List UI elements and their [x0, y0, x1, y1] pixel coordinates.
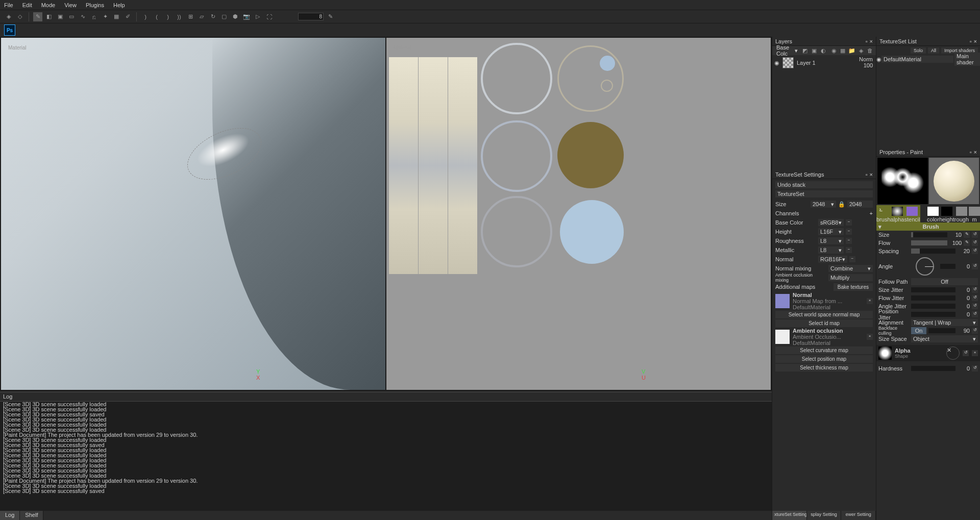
pjit-slider[interactable] [911, 312, 955, 317]
lock-icon[interactable]: 🔒 [838, 201, 845, 208]
layer-blend-info[interactable]: Norm 100 [859, 56, 873, 68]
link-icon[interactable]: ↺ [972, 232, 978, 238]
alpha-reset-icon[interactable]: ↺ [963, 350, 969, 356]
menu-help[interactable]: Help [113, 2, 125, 8]
channel-stencil[interactable]: stencil [904, 205, 920, 222]
add-folder-icon[interactable]: 📁 [848, 46, 856, 55]
channel-remove-icon[interactable]: − [846, 229, 852, 235]
link-icon[interactable]: ↺ [972, 240, 978, 246]
nmix-select[interactable]: Combine▾ [828, 265, 873, 272]
group-icon[interactable]: ▣ [811, 46, 818, 55]
tab-viewer-settings[interactable]: ewer Setting [841, 511, 876, 520]
link-icon[interactable]: ↺ [972, 295, 978, 301]
fx-icon[interactable]: ◐ [820, 46, 827, 55]
all-button[interactable]: All [928, 47, 939, 54]
sjit-slider[interactable] [911, 287, 955, 292]
aomix-select[interactable]: Multiply [828, 274, 873, 281]
bake-button[interactable]: Bake textures [834, 283, 873, 291]
render-icon[interactable]: 📷 [242, 12, 251, 21]
photoshop-icon[interactable]: Ps [4, 24, 15, 36]
channel-alpha[interactable]: alpha [891, 205, 904, 222]
layer-name[interactable]: Layer 1 [797, 60, 816, 66]
map-remove-icon[interactable]: × [867, 298, 873, 304]
angle-slider[interactable] [940, 264, 955, 269]
channel-format-select[interactable]: RGB16F▾ [818, 256, 847, 263]
solo-button[interactable]: Solo [911, 47, 926, 54]
particle-tool-icon[interactable]: ✦ [101, 12, 110, 21]
hardness-slider[interactable] [911, 366, 955, 371]
undock-icon[interactable]: ▫ [970, 149, 972, 155]
link-icon[interactable]: ↺ [972, 263, 978, 269]
menu-edit[interactable]: Edit [22, 2, 32, 8]
mask-icon[interactable]: ◩ [801, 46, 809, 55]
channel-format-select[interactable]: sRGB8▾ [818, 219, 844, 226]
brush-section-header[interactable]: ▾Brush [876, 222, 980, 231]
size-select[interactable]: 2048▾ [811, 201, 836, 208]
material-preview[interactable] [929, 158, 979, 204]
cube-icon[interactable]: ◈ [4, 12, 13, 21]
undock-icon[interactable]: ▫ [866, 171, 868, 178]
close-icon[interactable]: × [974, 149, 977, 155]
clone-tool-icon[interactable]: ⎌ [89, 12, 99, 21]
undock-icon[interactable]: ▫ [970, 38, 972, 44]
channel-remove-icon[interactable]: − [849, 256, 855, 262]
material-tool-icon[interactable]: ▦ [112, 12, 121, 21]
tab-shelf[interactable]: Shelf [20, 511, 43, 520]
stroke-preview[interactable] [877, 158, 928, 204]
map-action[interactable]: Select curvature map [775, 346, 873, 354]
ajit-slider[interactable] [911, 304, 955, 309]
spacing-slider[interactable] [911, 249, 955, 254]
undock-icon[interactable]: ▫ [866, 38, 868, 44]
add-layer-icon[interactable]: ▦ [839, 46, 847, 55]
add-fill-icon[interactable]: ◉ [830, 46, 838, 55]
projection-tool-icon[interactable]: ▣ [56, 12, 65, 21]
map-action[interactable]: Select world space normal map [775, 311, 873, 318]
pressure-icon[interactable]: ✎ [326, 12, 335, 21]
viewport-2d[interactable]: Material VU [386, 38, 771, 390]
channel-metal[interactable]: m [969, 205, 980, 222]
menu-plugins[interactable]: Plugins [86, 2, 104, 8]
menu-mode[interactable]: Mode [41, 2, 56, 8]
close-icon[interactable]: × [870, 171, 873, 178]
sym-y-icon[interactable]: ( [152, 12, 161, 21]
map-thumbnail[interactable] [775, 330, 790, 344]
undo-stack-button[interactable]: Undo stack [775, 181, 873, 188]
bcull-toggle[interactable]: On [911, 327, 926, 334]
shader-name[interactable]: Main shader [954, 53, 980, 66]
eraser-tool-icon[interactable]: ◧ [44, 12, 54, 21]
material-name[interactable]: DefaultMaterial [881, 56, 953, 63]
brush-tool-icon[interactable]: ✎ [33, 12, 42, 21]
link-icon[interactable]: ↺ [972, 303, 978, 309]
channel-format-select[interactable]: L8▾ [818, 246, 844, 254]
tab-log[interactable]: Log [0, 511, 20, 520]
alpha-shape-icon[interactable]: ✕ [946, 346, 960, 360]
sym-r-icon[interactable]: )) [175, 12, 184, 21]
channel-rough[interactable]: rough [954, 205, 969, 222]
textureset-list-item[interactable]: ◉ DefaultMaterial Main shader [876, 55, 980, 63]
sym-x-icon[interactable]: ) [141, 12, 150, 21]
grid-icon[interactable]: ⊞ [186, 12, 195, 21]
visibility-icon[interactable]: ◉ [774, 60, 779, 66]
cube2-icon[interactable]: ◇ [15, 12, 24, 21]
angle-dial[interactable] [916, 257, 934, 276]
link-icon[interactable]: ↺ [972, 328, 978, 334]
link-icon[interactable]: ↺ [972, 311, 978, 317]
map-thumbnail[interactable] [775, 294, 790, 308]
bcull-slider[interactable] [928, 328, 955, 333]
log-body[interactable]: [Scene 3D] 3D scene successfully loaded[… [0, 402, 772, 511]
perspective-icon[interactable]: ▱ [197, 12, 206, 21]
rotate-icon[interactable]: ↻ [208, 12, 217, 21]
close-icon[interactable]: × [870, 38, 873, 44]
arrow-icon[interactable]: ▷ [253, 12, 262, 21]
brush-size-input[interactable] [298, 13, 324, 20]
view-icon[interactable]: ▢ [219, 12, 229, 21]
channel-brush[interactable]: ఽbrush [876, 205, 891, 222]
channel-format-select[interactable]: L8▾ [818, 237, 844, 244]
channel-remove-icon[interactable]: − [846, 238, 852, 244]
textureset-select[interactable]: TextureSet [775, 190, 873, 197]
map-action[interactable]: Select id map [775, 319, 873, 327]
link-icon[interactable]: ↺ [972, 248, 978, 254]
delete-layer-icon[interactable]: 🗑 [866, 46, 874, 55]
channel-remove-icon[interactable]: − [846, 247, 852, 253]
flow-slider[interactable] [911, 240, 947, 245]
